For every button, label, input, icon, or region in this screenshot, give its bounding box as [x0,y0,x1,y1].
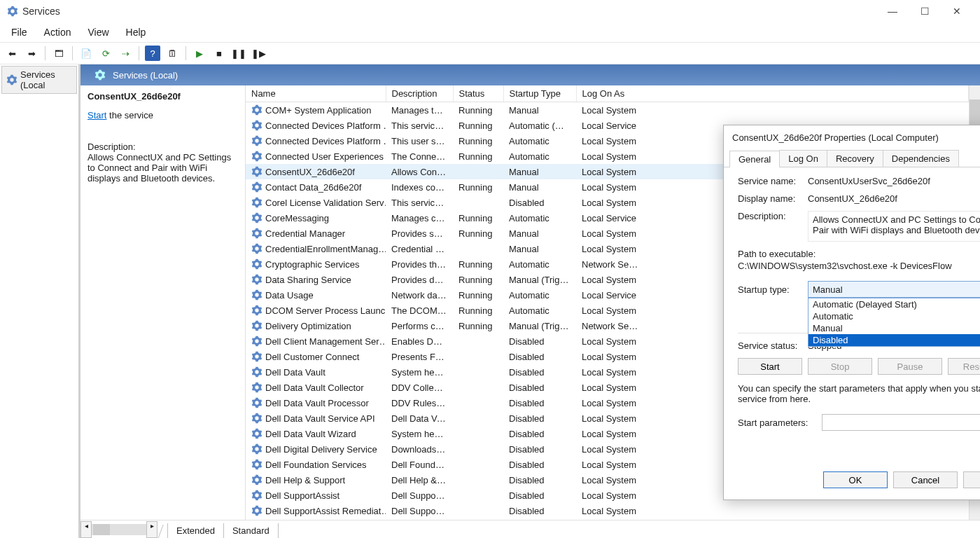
service-startup: Manual (Trigg… [503,318,576,333]
service-status: Running [453,133,503,149]
tab-logon[interactable]: Log On [779,150,827,167]
service-startup: Manual [503,241,576,256]
start-service-suffix: the service [106,110,153,120]
gear-icon [251,320,262,331]
col-description[interactable]: Description [386,85,453,102]
task-schedule-button[interactable]: 🗓 [164,46,180,61]
show-hide-tree-button[interactable]: 🗔 [51,46,66,61]
service-startup: Automatic [503,149,576,164]
col-logon[interactable]: Log On As [576,85,969,102]
help-button[interactable]: ? [145,46,160,61]
maximize-button[interactable]: ☐ [909,0,941,22]
startup-option[interactable]: Automatic [808,310,980,322]
description-label: Description: [738,211,808,221]
service-desc: Network dat… [386,287,453,303]
gear-icon [251,366,262,378]
ok-button[interactable]: OK [823,471,888,488]
toolbar: ⬅ ➡ 🗔 📄 ⟳ ⇢ ? 🗓 ▶ ■ ❚❚ ❚▶ [0,42,980,64]
path-label: Path to executable: [738,249,980,259]
gear-icon [251,413,262,424]
service-desc: DDV Rules P… [386,395,453,411]
service-name: Credential Manager [265,228,345,239]
service-status [453,380,503,395]
horizontal-scrollbar[interactable]: ◂▸ [80,524,158,535]
service-name: Cryptographic Services [265,259,359,270]
export-button[interactable]: ⇢ [118,46,133,61]
service-name: COM+ System Application [265,105,371,116]
start-service-link[interactable]: Start [88,110,106,120]
refresh-button[interactable]: ⟳ [98,46,113,61]
service-startup: Automatic (De… [503,118,576,133]
gear-icon [251,336,262,347]
stop-service-button[interactable]: ■ [211,46,227,61]
service-name: Dell Help & Support [265,475,345,485]
service-desc: Provides thr… [386,256,453,272]
start-parameters-input[interactable] [822,414,980,431]
nav-item-services-local[interactable]: Services (Local [1,66,77,94]
service-name: Dell Data Vault [265,367,326,378]
gear-icon [251,243,262,254]
gear-icon [251,428,262,439]
gear-icon [251,258,262,270]
service-startup: Automatic [503,256,576,272]
pause-service-button[interactable]: ❚❚ [231,46,246,61]
service-startup: Disabled [503,426,576,441]
service-desc: Indexes cont… [386,179,453,195]
restart-service-button[interactable]: ❚▶ [251,46,266,61]
gear-icon [251,274,262,285]
service-row[interactable]: Dell SupportAssist Remediat…Dell Support… [246,503,969,518]
content-header-label: Services (Local) [113,70,178,81]
service-desc: This user ser… [386,133,453,149]
service-startup: Manual (Trigg… [503,272,576,287]
service-desc: Dell Data Va… [386,411,453,426]
service-name: Connected User Experiences … [265,151,386,162]
service-row[interactable]: COM+ System ApplicationManages th…Runnin… [246,102,969,118]
tab-standard[interactable]: Standard [223,523,279,539]
service-status: Running [453,210,503,226]
service-status [453,441,503,457]
startup-type-value: Manual [813,284,843,295]
description-box: Allows ConnectUX and PC Settings to Conn… [808,211,980,242]
cancel-button[interactable]: Cancel [893,471,958,488]
service-logon: Local System [576,503,969,518]
service-name: ConsentUX_26d6e20f [265,167,355,177]
service-status [453,241,503,256]
service-status: Running [453,287,503,303]
service-startup: Manual [503,102,576,118]
service-status: Running [453,118,503,133]
gear-icon [251,181,262,193]
menu-action[interactable]: Action [37,24,78,41]
service-status [453,472,503,488]
menu-file[interactable]: File [4,24,34,41]
service-desc: DDV Collect… [386,380,453,395]
service-name: CoreMessaging [265,213,329,223]
minimize-button[interactable]: — [876,0,909,22]
tab-recovery[interactable]: Recovery [827,150,883,167]
startup-option[interactable]: Automatic (Delayed Start) [808,298,980,310]
gear-icon [251,135,262,146]
col-startup[interactable]: Startup Type [503,85,576,102]
nav-item-label: Services (Local [20,69,72,90]
service-name: Dell Data Vault Collector [265,382,364,393]
col-name[interactable]: Name [246,85,386,102]
close-button[interactable]: ✕ [941,0,973,22]
service-status: Running [453,102,503,118]
menu-view[interactable]: View [80,24,115,41]
startup-option[interactable]: Disabled [808,334,980,346]
tab-dependencies[interactable]: Dependencies [883,150,959,167]
start-service-button[interactable]: ▶ [192,46,207,61]
service-name: Dell SupportAssist Remediat… [265,506,386,516]
start-button[interactable]: Start [738,358,802,375]
startup-type-combobox[interactable]: Manual ▾ Automatic (Delayed Start)Automa… [808,281,980,298]
menu-help[interactable]: Help [119,24,153,41]
startup-option[interactable]: Manual [808,322,980,334]
nav-forward-button[interactable]: ➡ [24,46,39,61]
service-name: Corel License Validation Serv… [265,198,386,208]
service-status: Running [453,303,503,318]
properties-button[interactable]: 📄 [78,46,94,61]
app-icon [7,6,18,17]
tab-general[interactable]: General [729,151,780,167]
col-status[interactable]: Status [453,85,503,102]
nav-back-button[interactable]: ⬅ [4,46,20,61]
tab-extended[interactable]: Extended [167,523,224,539]
